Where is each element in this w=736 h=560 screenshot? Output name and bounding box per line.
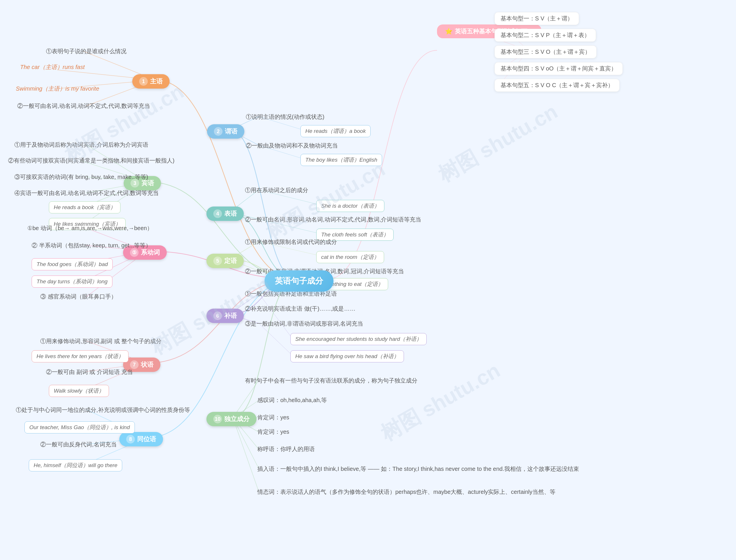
biaoyu-example-1: She is a doctor（表语） <box>316 200 384 212</box>
binyu-leaf-4: ④宾语一般可由名词,动名词,动词不定式,代词,数词等充当 <box>14 189 159 197</box>
branch-num-1: 1 <box>139 77 148 86</box>
branch-num-8: 8 <box>126 435 135 444</box>
tongweiy-leaf-1: ①处于与中心词同一地位的成分,补充说明或强调中心词的性质身份等 <box>16 406 190 414</box>
branch-tongweiy: 8 同位语 <box>119 432 163 446</box>
pattern-4: 基本句型四：S V oO（主＋谓＋间宾＋直宾） <box>494 62 623 75</box>
zhuangyu-example-1: He lives there for ten years（状语） <box>32 350 129 362</box>
branch-label-1: 主语 <box>150 77 163 86</box>
duli-leaf-4: 称呼语：你呼人的用语 <box>257 445 315 453</box>
zhuy-leaf-2: The car（主语）runs fast <box>20 63 85 71</box>
svg-line-25 <box>259 293 291 337</box>
branch-dingyu: 5 定语 <box>207 254 244 268</box>
branch-label-6: 补语 <box>224 311 237 320</box>
branch-num-9: ⑤ <box>130 248 139 257</box>
xidongci-leaf-1: ①be 动词（be→ am,is,are,→was,were,→been） <box>27 224 153 232</box>
xidongci-leaf-2: ② 半系动词（包括stay, keep, turn, get...等等） <box>32 242 151 249</box>
pattern-5: 基本句型五：S V O C（主＋谓＋宾＋宾补） <box>494 79 620 92</box>
binyu-leaf-1: ①用于及物动词后称为动词宾语,介词后称为介词宾语 <box>14 141 148 149</box>
branch-label-7: 状语 <box>141 360 154 369</box>
buyu-leaf-3: ③是一般由动词,非谓语动词或形容词,名词充当 <box>245 320 363 328</box>
branch-biaoyu: 4 表语 <box>207 207 244 221</box>
buyu-example-2: He saw a bird flying over his head（补语） <box>291 350 404 362</box>
center-node: 英语句子成分 <box>265 270 334 292</box>
biaoyu-leaf-2: ②一般可由名词,形容词,动名词,动词不定式,代词,数词,介词短语等充当 <box>245 216 421 223</box>
branch-num-5: 5 <box>213 257 222 265</box>
svg-line-46 <box>233 418 259 492</box>
svg-line-26 <box>259 323 291 354</box>
branch-num-7: 7 <box>130 360 139 369</box>
watermark-3: 树图 shutu.cn <box>433 98 563 188</box>
branch-duli: 10 独立成分 <box>207 412 257 426</box>
duli-leaf-2: 肯定词：yes <box>257 414 289 421</box>
branch-num-4: 4 <box>213 209 222 218</box>
weiyu-example-1: He reads（谓语）a book <box>301 125 370 137</box>
branch-label-10: 独立成分 <box>224 415 250 423</box>
watermark-5: 树图 shutu.cn <box>376 357 505 447</box>
branch-label-8: 同位语 <box>137 435 156 444</box>
branch-label-9: 系动词 <box>141 248 160 257</box>
biaoyu-leaf-1: ①用在系动词之后的成分 <box>245 186 308 194</box>
branch-num-10: 10 <box>213 415 222 423</box>
branch-num-2: 2 <box>214 127 223 136</box>
tongweiy-example-2: He, himself（同位语）will go there <box>29 459 122 471</box>
duli-leaf-6: 情态词：表示说话人的语气（多作为修饰全句的状语）perhaps也许、maybe大… <box>257 488 555 496</box>
zhuangyu-example-2: Walk slowly（状语） <box>49 385 109 397</box>
zhuangyu-leaf-2: ②一般可由 副词 或 介词短语 充当 <box>46 368 133 376</box>
binyu-leaf-3: ③可接双宾语的动词(有 bring, buy, take, make..等等) <box>14 173 148 181</box>
pattern-2: 基本句型二：S V P（主＋谓＋表） <box>494 29 596 42</box>
dingyu-leaf-1: ①用来修饰或限制名词或代词的成分 <box>245 238 337 246</box>
weiyu-leaf-1: ①说明主语的情况(动作或状态) <box>246 113 324 121</box>
pattern-3: 基本句型三：S V O（主＋谓＋宾） <box>494 45 596 58</box>
buyu-leaf-2: ②补充说明宾语或主语 做(干)……,或是…… <box>245 305 356 313</box>
star-icon: ⭐ <box>445 28 452 35</box>
duli-leaf-1: 感叹词：oh,hello,aha,ah,等 <box>257 396 327 404</box>
dingyu-example-1: cat in the room（定语） <box>316 251 384 263</box>
binyu-example-1: He reads a book（宾语） <box>49 201 121 213</box>
duli-leaf-5: 插入语：一般句中插入的I think,I believe,等 —— 如：The … <box>257 465 579 473</box>
zhuy-leaf-1: ①表明句子说的是谁或什么情况 <box>46 47 127 55</box>
pattern-1: 基本句型一：S V（主＋谓） <box>494 12 579 25</box>
zhuy-leaf-3: Swimming（主语）is my favorite <box>16 85 99 93</box>
duli-leaf-3: 肯定词：yes <box>257 428 289 436</box>
branch-buyu: 6 补语 <box>207 309 244 323</box>
branch-label-2: 谓语 <box>225 127 238 136</box>
weiyu-leaf-2: ②一般由及物动词和不及物动词充当 <box>246 142 338 150</box>
zhuy-leaf-4: ②一般可由名词,动名词,动词不定式,代词,数词等充当 <box>17 102 150 110</box>
branch-label-4: 表语 <box>224 209 237 218</box>
tongweiy-example-1: Our teacher, Miss Gao（同位语）, is kind <box>24 421 135 433</box>
weiyu-example-2: The boy likes（谓语）English <box>301 154 382 166</box>
buyu-example-1: She encouraged her students to study har… <box>291 333 427 345</box>
zhuangyu-leaf-1: ①用来修饰动词,形容词,副词 或 整个句子的成分 <box>40 337 162 345</box>
xidongci-example-1: The food goes（系动词）bad <box>32 258 113 270</box>
branch-label-5: 定语 <box>224 257 237 265</box>
xidongci-example-2: The day turns（系动词）long <box>32 276 112 288</box>
duli-leaf-0: 有时句子中会有一些与句子没有语法联系的成分，称为句子独立成分 <box>245 377 417 385</box>
branch-num-6: 6 <box>213 311 222 320</box>
xidongci-leaf-3: ③ 感官系动词（眼耳鼻口手） <box>40 293 117 301</box>
binyu-leaf-2: ②有些动词可接双宾语(间宾通常是一类指物,和间接宾语一般指人) <box>8 157 175 165</box>
branch-zhuy: 1 主语 <box>132 74 170 89</box>
branch-weiyu: 2 谓语 <box>207 124 244 139</box>
tongweiy-leaf-2: ②一般可由反身代词,名词充当 <box>40 441 117 448</box>
